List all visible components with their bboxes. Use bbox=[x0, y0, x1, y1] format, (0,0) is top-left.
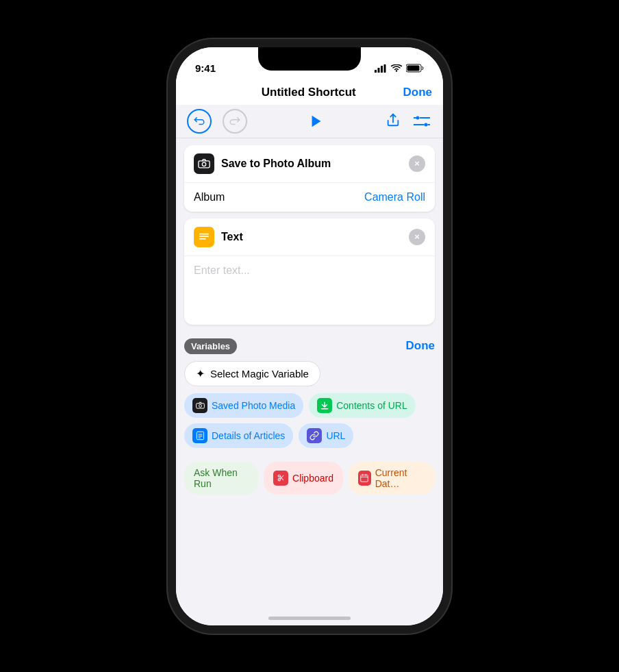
svg-rect-18 bbox=[196, 403, 204, 408]
text-action-icon bbox=[194, 227, 214, 247]
variables-done-button[interactable]: Done bbox=[406, 339, 435, 353]
status-icons bbox=[375, 64, 424, 73]
status-time: 9:41 bbox=[195, 62, 216, 74]
text-placeholder: Enter text... bbox=[194, 264, 250, 276]
text-action-close-button[interactable]: × bbox=[409, 229, 425, 245]
home-indicator bbox=[268, 617, 351, 620]
svg-rect-13 bbox=[199, 161, 210, 168]
variables-header: Variables Done bbox=[184, 332, 435, 361]
chip-doc-icon bbox=[192, 428, 207, 443]
chip-camera-svg bbox=[196, 401, 205, 409]
action-header: Save to Photo Album × bbox=[184, 145, 435, 183]
settings-button[interactable] bbox=[412, 111, 432, 132]
chip-camera-icon bbox=[192, 398, 207, 413]
save-photo-action-card: Save to Photo Album × Album Camera Roll bbox=[184, 145, 435, 212]
svg-rect-1 bbox=[378, 68, 380, 73]
chip-saved-photo-label: Saved Photo Media bbox=[212, 400, 295, 411]
ask-when-run-label: Ask When Run bbox=[194, 467, 249, 489]
variable-chips: Saved Photo Media Contents of URL bbox=[184, 393, 435, 455]
chip-saved-photo-media[interactable]: Saved Photo Media bbox=[184, 393, 303, 418]
album-value[interactable]: Camera Roll bbox=[364, 191, 425, 203]
chip-details-articles-label: Details of Articles bbox=[212, 430, 285, 441]
bottom-chip-clipboard[interactable]: Clipboard bbox=[264, 462, 343, 495]
svg-point-14 bbox=[202, 162, 205, 166]
redo-icon bbox=[229, 115, 241, 127]
save-photo-title: Save to Photo Album bbox=[221, 158, 331, 170]
text-input-area[interactable]: Enter text... bbox=[184, 256, 435, 325]
current-date-label: Current Dat… bbox=[375, 467, 425, 489]
text-action-title-row: Text bbox=[194, 227, 243, 247]
clipboard-label: Clipboard bbox=[292, 473, 333, 484]
save-photo-close-button[interactable]: × bbox=[409, 155, 425, 172]
nav-bar: Untitled Shortcut Done bbox=[176, 80, 443, 105]
svg-rect-5 bbox=[407, 66, 420, 71]
bottom-chip-current-date[interactable]: Current Dat… bbox=[349, 462, 435, 495]
chip-contents-of-url[interactable]: Contents of URL bbox=[309, 393, 416, 418]
play-icon bbox=[309, 114, 324, 129]
variables-section: Variables Done ✦ Select Magic Variable bbox=[176, 332, 443, 455]
chip-url-label: URL bbox=[326, 430, 345, 441]
undo-button[interactable] bbox=[187, 109, 212, 134]
svg-point-19 bbox=[199, 405, 201, 408]
share-icon bbox=[386, 112, 401, 127]
action-title-row: Save to Photo Album bbox=[194, 153, 331, 174]
calendar-icon bbox=[358, 471, 371, 486]
scissors-svg bbox=[277, 473, 286, 482]
magic-variable-icon: ✦ bbox=[196, 367, 205, 380]
magic-variable-label: Select Magic Variable bbox=[210, 368, 309, 379]
calendar-svg bbox=[359, 473, 369, 483]
chip-link-svg bbox=[310, 431, 319, 440]
magic-variable-button[interactable]: ✦ Select Magic Variable bbox=[184, 361, 320, 386]
album-row: Album Camera Roll bbox=[184, 183, 435, 212]
text-lines-icon bbox=[198, 232, 210, 242]
chip-doc-svg bbox=[196, 431, 205, 440]
toolbar bbox=[176, 105, 443, 138]
camera-icon bbox=[198, 158, 210, 169]
svg-rect-20 bbox=[197, 432, 203, 439]
text-action-card: Text × Enter text... bbox=[184, 219, 435, 325]
nav-title: Untitled Shortcut bbox=[262, 86, 356, 99]
nav-done-button[interactable]: Done bbox=[403, 86, 432, 99]
battery-icon bbox=[406, 64, 424, 73]
bottom-chips: Ask When Run Clipboard bbox=[176, 455, 443, 501]
share-button[interactable] bbox=[386, 112, 401, 130]
text-action-title: Text bbox=[221, 231, 243, 243]
svg-rect-3 bbox=[384, 64, 386, 73]
svg-rect-2 bbox=[381, 66, 383, 73]
variables-badge: Variables bbox=[184, 338, 237, 354]
wifi-icon bbox=[391, 64, 402, 73]
text-action-header: Text × bbox=[184, 219, 435, 256]
chip-details-articles[interactable]: Details of Articles bbox=[184, 423, 293, 448]
svg-point-10 bbox=[425, 123, 428, 126]
settings-icon bbox=[414, 114, 430, 128]
play-button[interactable] bbox=[258, 114, 375, 129]
bottom-chip-ask-when-run[interactable]: Ask When Run bbox=[184, 462, 258, 495]
svg-rect-26 bbox=[361, 475, 368, 482]
album-label: Album bbox=[194, 191, 225, 203]
redo-button[interactable] bbox=[223, 109, 247, 134]
chip-download-svg bbox=[320, 401, 329, 410]
chip-url[interactable]: URL bbox=[299, 423, 353, 448]
chip-contents-url-label: Contents of URL bbox=[336, 400, 407, 411]
chip-link-icon bbox=[307, 428, 322, 443]
svg-marker-6 bbox=[312, 115, 321, 127]
camera-action-icon bbox=[194, 153, 214, 174]
signal-icon bbox=[375, 64, 387, 73]
chip-download-icon bbox=[317, 398, 332, 413]
clipboard-icon bbox=[273, 471, 288, 486]
scroll-area[interactable]: Save to Photo Album × Album Camera Roll bbox=[176, 138, 443, 625]
svg-rect-0 bbox=[375, 70, 377, 73]
undo-icon bbox=[193, 115, 205, 127]
svg-point-7 bbox=[416, 116, 420, 119]
